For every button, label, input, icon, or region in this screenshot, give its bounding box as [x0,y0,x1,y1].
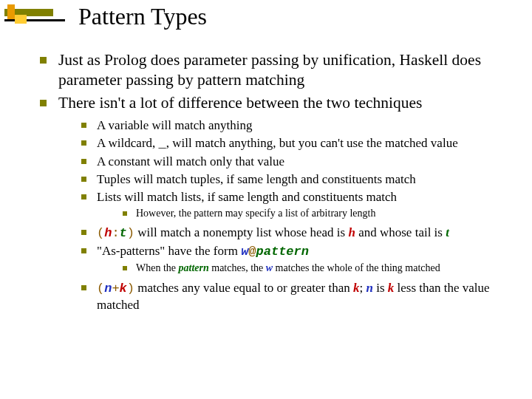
slide-title: Pattern Types [78,3,207,30]
var-n: n [104,282,112,296]
bullet-text: (h:t) will match a nonempty list whose h… [97,225,449,242]
text-fragment: A wildcard, [97,136,159,150]
square-bullet-icon [81,177,86,182]
var-n: n [366,281,372,295]
bullet-l1: There isn't a lot of difference between … [40,93,516,113]
square-bullet-icon [81,140,86,146]
square-bullet-icon [123,211,127,216]
var-h: h [104,226,112,240]
var-h: h [348,225,355,239]
bullet-l2: (n+k) matches any value equal to or grea… [81,280,516,313]
text-fragment: , will match anything, but you can't use… [166,136,458,150]
bullet-text: "As-patterns" have the form w@pattern [97,243,309,260]
square-bullet-icon [40,57,47,64]
text-fragment: "As-patterns" have the form [97,244,241,258]
square-bullet-icon [81,248,86,253]
var-k: k [388,281,395,295]
bullet-text: A constant will match only that value [97,154,284,170]
plus-op: + [112,282,119,296]
paren-close: ) [127,282,134,296]
bullet-text: A wildcard, _, will match anything, but … [97,135,458,152]
bullet-text: A variable will match anything [97,117,253,134]
bullet-text: When the pattern matches, the w matches … [136,262,440,275]
bullet-l2: (h:t) will match a nonempty list whose h… [81,225,516,242]
paren-close: ) [127,226,134,240]
svg-rect-1 [7,4,15,19]
var-pattern: pattern [179,262,209,273]
var-t: t [446,225,449,239]
svg-rect-4 [15,15,27,24]
bullet-text: (n+k) matches any value equal to or grea… [97,280,516,313]
bullet-l2: A wildcard, _, will match anything, but … [81,135,516,152]
square-bullet-icon [81,194,86,200]
text-fragment: matches, the [209,262,266,273]
var-t: t [120,226,127,240]
text-fragment: and whose tail is [355,225,446,239]
corner-decoration [4,4,65,28]
bullet-l3: However, the pattern may specify a list … [123,207,516,220]
square-bullet-icon [81,123,86,128]
square-bullet-icon [123,266,127,270]
square-bullet-icon [81,285,86,290]
var-w: w [241,245,248,259]
bullet-l2: A constant will match only that value [81,154,516,170]
square-bullet-icon [81,159,86,164]
bullet-text: Tuples will match tuples, if same length… [97,171,416,188]
bullet-l2: Tuples will match tuples, if same length… [81,171,516,188]
paren-open: ( [97,282,104,296]
var-pattern: pattern [256,245,309,259]
bullet-l1: Just as Prolog does parameter passing by… [40,50,516,90]
bullet-l2: "As-patterns" have the form w@pattern [81,243,516,260]
bullet-text: Lists will match lists, if same length a… [97,189,397,205]
bullet-text: However, the pattern may specify a list … [136,207,375,220]
bullet-l3: When the pattern matches, the w matches … [123,262,516,275]
text-fragment: is [373,281,388,295]
bullet-l2: A variable will match anything [81,117,516,134]
underscore-literal: _ [159,137,166,151]
svg-rect-2 [4,19,65,21]
var-k: k [120,282,127,296]
text-fragment: matches any value equal to or greater th… [134,281,353,295]
colon-op: : [112,226,119,240]
text-fragment: matches the whole of the thing matched [273,262,440,273]
bullet-l2: Lists will match lists, if same length a… [81,189,516,205]
at-sign: @ [248,245,256,259]
text-fragment: will match a nonempty list whose head is [134,225,348,239]
square-bullet-icon [40,100,47,106]
square-bullet-icon [81,230,86,235]
text-fragment: When the [136,262,179,273]
var-w: w [266,262,273,273]
paren-open: ( [97,226,104,240]
bullet-text: Just as Prolog does parameter passing by… [58,50,516,90]
bullet-text: There isn't a lot of difference between … [58,93,422,113]
slide-body: Just as Prolog does parameter passing by… [40,50,516,315]
